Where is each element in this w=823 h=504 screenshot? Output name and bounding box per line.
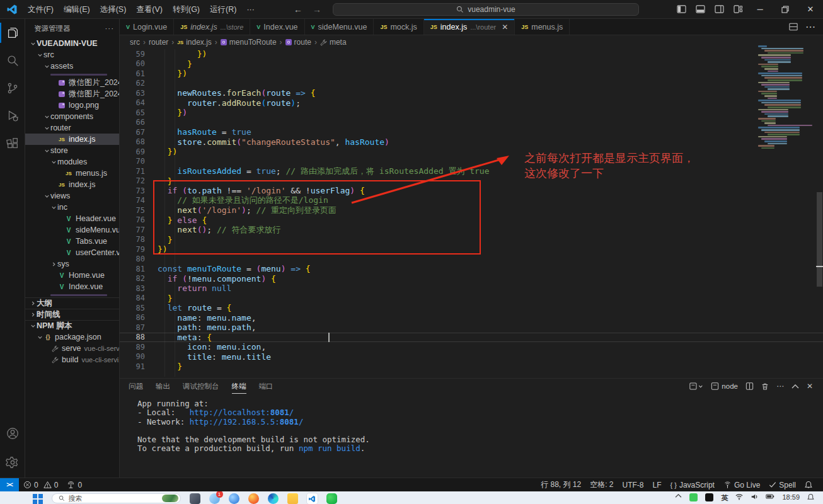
tree-item-Home.vue[interactable]: VHome.vue	[25, 270, 119, 281]
toggle-panel-icon[interactable]	[691, 1, 710, 18]
close-panel-icon[interactable]: ✕	[807, 382, 813, 391]
panel-tab-调试控制台[interactable]: 调试控制台	[183, 379, 219, 394]
code-editor[interactable]: 59 })60 }61 })6263 newRoutes.forEach(rou…	[120, 49, 823, 378]
toggle-secondary-sidebar-icon[interactable]	[710, 1, 728, 18]
tree-item-VUEADMIN-VUE[interactable]: VUEADMIN-VUE	[25, 38, 119, 49]
battery-icon[interactable]	[766, 493, 774, 500]
tab-index.js[interactable]: JSindex.js...\store	[174, 19, 250, 35]
run-debug-icon[interactable]	[0, 102, 25, 130]
tree-item-inc[interactable]: inc	[25, 202, 119, 213]
tree-item-Index.vue[interactable]: VIndex.vue	[25, 281, 119, 292]
split-terminal-icon[interactable]	[745, 382, 754, 390]
tree-item-index.js[interactable]: JSindex.js	[25, 134, 119, 145]
sidebar-section-大纲[interactable]: 大纲	[25, 297, 119, 309]
edge-icon[interactable]	[268, 493, 279, 504]
forwarded-ports-status[interactable]: 0	[62, 478, 86, 492]
tree-item-menus.js[interactable]: JSmenus.js	[25, 168, 119, 179]
menu-item-转到G[interactable]: 转到(G)	[168, 3, 205, 16]
account-icon[interactable]	[0, 420, 25, 447]
extensions-icon[interactable]	[0, 130, 25, 158]
close-tab-icon[interactable]: ✕	[502, 23, 508, 32]
sidebar-section-时间线[interactable]: 时间线	[25, 309, 119, 320]
source-control-icon[interactable]	[0, 74, 25, 102]
panel-tab-问题[interactable]: 问题	[129, 379, 143, 394]
volume-icon[interactable]	[751, 493, 758, 500]
tree-item-router[interactable]: router	[25, 122, 119, 134]
firefox-icon[interactable]	[248, 493, 259, 504]
taskview-icon[interactable]	[190, 493, 200, 504]
new-terminal-icon[interactable]	[689, 382, 703, 390]
wechat-tray-icon[interactable]	[689, 493, 698, 501]
terminal-tab-node[interactable]: node	[711, 382, 738, 390]
tree-item-views[interactable]: views	[25, 190, 119, 202]
sidebar-section-NPM 脚本[interactable]: NPM 脚本	[25, 320, 119, 331]
vscode-taskbar-icon[interactable]	[307, 493, 318, 504]
tree-item-sideMenu.vue[interactable]: VsideMenu.vue	[25, 224, 119, 236]
restore-button[interactable]	[773, 0, 798, 19]
thunder-app-icon[interactable]	[229, 493, 239, 504]
search-sidebar-icon[interactable]	[0, 47, 25, 74]
explorer-icon[interactable]	[0, 19, 25, 47]
status-encoding[interactable]: UTF-8	[618, 478, 648, 492]
tab-Login.vue[interactable]: VLogin.vue	[120, 19, 174, 35]
breadcrumb-item-src[interactable]: src	[130, 38, 140, 47]
tree-item-logo.png[interactable]: logo.png	[25, 100, 119, 111]
status-indentation[interactable]: 空格: 2	[585, 478, 618, 492]
forward-icon[interactable]: →	[313, 4, 321, 14]
panel-more-actions-icon[interactable]: ⋯	[776, 382, 784, 391]
panel-tab-终端[interactable]: 终端	[232, 379, 246, 394]
tiktok-tray-icon[interactable]	[705, 493, 713, 501]
breadcrumb-item-meta[interactable]: meta	[320, 38, 347, 47]
panel-tab-端口[interactable]: 端口	[259, 379, 273, 394]
breadcrumb-item-menuToRoute[interactable]: menuToRoute	[221, 38, 277, 47]
panel-tab-输出[interactable]: 输出	[156, 379, 170, 394]
status-eol[interactable]: LF	[648, 478, 666, 492]
tree-item-src[interactable]: src	[25, 49, 119, 60]
taskbar-search[interactable]: 搜索	[52, 493, 181, 503]
tree-item-index.js[interactable]: JSindex.js	[25, 179, 119, 190]
status-spell[interactable]: Spell	[764, 478, 800, 492]
tree-item-build[interactable]: buildvue-cli-servi...	[25, 354, 119, 365]
maximize-panel-icon[interactable]	[791, 384, 799, 389]
menu-item-选择S[interactable]: 选择(S)	[95, 3, 132, 16]
cloud-app-icon[interactable]: 1	[209, 493, 220, 504]
taskbar-notifications-icon[interactable]	[807, 493, 814, 501]
kill-terminal-icon[interactable]	[761, 382, 769, 391]
tab-mock.js[interactable]: JSmock.js	[374, 19, 423, 35]
start-button[interactable]	[33, 493, 43, 504]
tree-item-modules[interactable]: modules	[25, 156, 119, 168]
back-icon[interactable]: ←	[294, 4, 302, 14]
tree-item-components[interactable]: components	[25, 111, 119, 122]
network-icon[interactable]	[735, 493, 743, 500]
tree-item-store[interactable]: store	[25, 145, 119, 156]
menu-item-文件F[interactable]: 文件(F)	[23, 3, 59, 16]
toggle-sidebar-icon[interactable]	[672, 1, 691, 18]
explorer-more-actions-icon[interactable]: ···	[105, 25, 115, 32]
tab-sideMenu.vue[interactable]: VsideMenu.vue	[305, 19, 374, 35]
breadcrumb-item-router[interactable]: router	[149, 38, 168, 47]
status-language[interactable]: { }JavaScript	[666, 478, 719, 492]
tree-item-package.json[interactable]: {}package.json	[25, 331, 119, 343]
minimize-button[interactable]: ─	[747, 0, 773, 19]
problems-status[interactable]: 0 0	[19, 478, 62, 492]
tree-item-Header.vue[interactable]: VHeader.vue	[25, 213, 119, 224]
terminal-output[interactable]: App running at:- Local: http://localhost…	[137, 399, 370, 454]
customize-layout-icon[interactable]	[728, 1, 747, 18]
minimap[interactable]	[758, 45, 812, 156]
settings-gear-icon[interactable]	[0, 447, 25, 478]
editor-more-actions-icon[interactable]: ⋯	[805, 21, 815, 33]
file-explorer-icon[interactable]	[287, 493, 298, 504]
ime-indicator[interactable]: 英	[721, 493, 728, 503]
tree-item-serve[interactable]: servevue-cli-servi...	[25, 343, 119, 354]
remote-indicator[interactable]: ><	[0, 478, 19, 492]
status-notifications[interactable]	[800, 478, 817, 492]
tab-index.js[interactable]: JSindex.js...\router✕	[424, 19, 515, 35]
tree-item-sys[interactable]: sys	[25, 258, 119, 270]
tab-Index.vue[interactable]: VIndex.vue	[250, 19, 304, 35]
split-editor-icon[interactable]	[789, 23, 798, 31]
status-go-live[interactable]: Go Live	[719, 478, 764, 492]
wechat-icon[interactable]	[326, 493, 337, 504]
breadcrumb-item-index.js[interactable]: JSindex.js	[177, 38, 211, 47]
close-button[interactable]: ✕	[798, 0, 823, 19]
status-cursor-position[interactable]: 行 88, 列 12	[536, 478, 585, 492]
